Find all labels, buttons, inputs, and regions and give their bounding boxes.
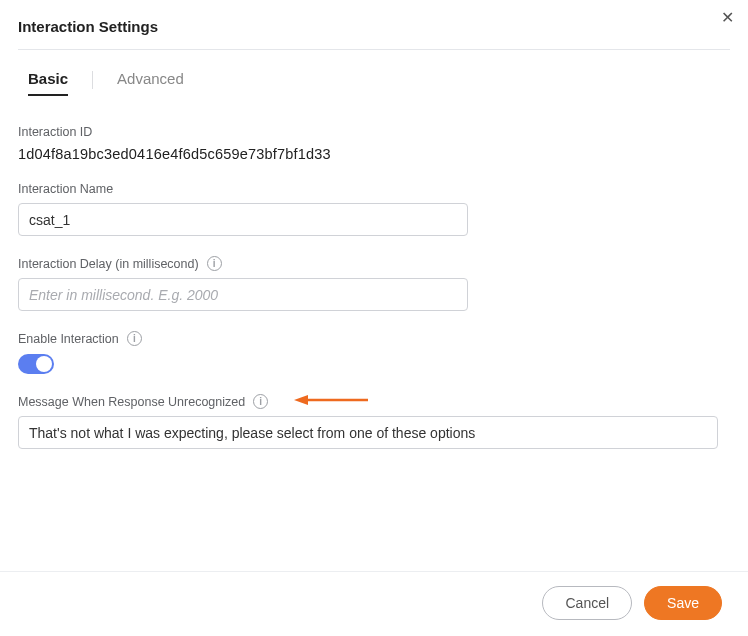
label-interaction-delay: Interaction Delay (in millisecond) i (18, 256, 730, 271)
svg-marker-1 (294, 395, 308, 405)
field-interaction-id: Interaction ID 1d04f8a19bc3ed0416e4f6d5c… (18, 125, 730, 162)
value-interaction-id: 1d04f8a19bc3ed0416e4f6d5c659e73bf7bf1d33 (18, 146, 730, 162)
interaction-settings-modal: ✕ Interaction Settings Basic Advanced In… (0, 0, 748, 636)
label-enable-interaction: Enable Interaction i (18, 331, 730, 346)
info-icon[interactable]: i (253, 394, 268, 409)
info-icon[interactable]: i (127, 331, 142, 346)
label-enable-interaction-text: Enable Interaction (18, 332, 119, 346)
form-content: Interaction ID 1d04f8a19bc3ed0416e4f6d5c… (18, 95, 730, 571)
toggle-knob (36, 356, 52, 372)
modal-footer: Cancel Save (0, 571, 748, 636)
field-interaction-name: Interaction Name (18, 182, 730, 236)
label-interaction-name: Interaction Name (18, 182, 730, 196)
tab-advanced[interactable]: Advanced (117, 70, 184, 95)
label-unrecognized-message: Message When Response Unrecognized i (18, 394, 730, 409)
field-unrecognized-message: Message When Response Unrecognized i (18, 394, 730, 449)
label-unrecognized-message-text: Message When Response Unrecognized (18, 395, 245, 409)
save-button[interactable]: Save (644, 586, 722, 620)
toggle-enable-interaction[interactable] (18, 354, 54, 374)
field-interaction-delay: Interaction Delay (in millisecond) i (18, 256, 730, 311)
field-enable-interaction: Enable Interaction i (18, 331, 730, 374)
label-interaction-delay-text: Interaction Delay (in millisecond) (18, 257, 199, 271)
input-interaction-name[interactable] (18, 203, 468, 236)
tab-separator (92, 71, 93, 89)
tab-basic[interactable]: Basic (28, 70, 68, 95)
info-icon[interactable]: i (207, 256, 222, 271)
annotation-arrow-icon (294, 394, 368, 409)
close-icon[interactable]: ✕ (721, 10, 734, 26)
cancel-button[interactable]: Cancel (542, 586, 632, 620)
input-unrecognized-message[interactable] (18, 416, 718, 449)
modal-title: Interaction Settings (18, 18, 730, 50)
tabs: Basic Advanced (28, 70, 730, 95)
input-interaction-delay[interactable] (18, 278, 468, 311)
label-interaction-id: Interaction ID (18, 125, 730, 139)
